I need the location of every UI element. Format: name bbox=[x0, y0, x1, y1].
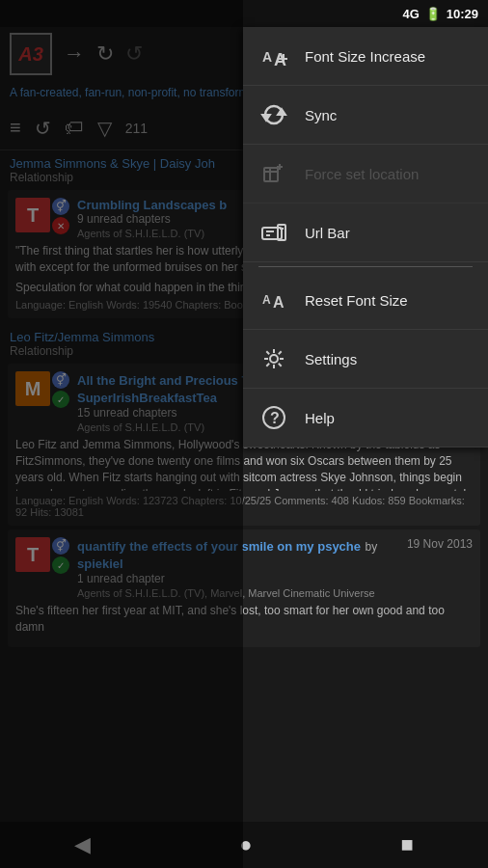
menu-label-font-increase: Font Size Increase bbox=[305, 48, 425, 65]
settings-icon bbox=[258, 343, 289, 374]
menu-label-sync: Sync bbox=[305, 107, 337, 123]
menu-label-url-bar: Url Bar bbox=[305, 225, 350, 241]
overlay-dim bbox=[0, 0, 243, 868]
story3-date: 19 Nov 2013 bbox=[407, 537, 473, 551]
menu-item-help[interactable]: ? Help bbox=[243, 389, 488, 448]
location-icon bbox=[258, 158, 289, 189]
menu-label-settings: Settings bbox=[305, 351, 357, 367]
svg-marker-5 bbox=[262, 115, 270, 121]
svg-point-18 bbox=[270, 355, 278, 363]
menu-divider bbox=[258, 266, 473, 267]
menu-label-reset-font: Reset Font Size bbox=[305, 292, 408, 309]
font-reset-icon: A A bbox=[258, 285, 289, 315]
dropdown-menu: A A Font Size Increase Sync bbox=[243, 27, 488, 448]
help-icon: ? bbox=[258, 402, 289, 433]
svg-text:A: A bbox=[273, 294, 285, 311]
font-increase-icon: A A bbox=[258, 41, 289, 71]
menu-item-font-increase[interactable]: A A Font Size Increase bbox=[243, 27, 488, 86]
recents-nav-icon[interactable]: ■ bbox=[401, 832, 414, 857]
story3-by: by bbox=[365, 540, 377, 554]
menu-label-force-location: Force set location bbox=[305, 166, 419, 182]
svg-marker-4 bbox=[278, 109, 285, 115]
time-display: 10:29 bbox=[447, 7, 478, 21]
battery-icon: 🔋 bbox=[425, 7, 441, 21]
menu-item-settings[interactable]: Settings bbox=[243, 330, 488, 389]
sync-icon bbox=[258, 99, 289, 130]
url-bar-icon bbox=[258, 217, 289, 248]
signal-indicator: 4G bbox=[402, 7, 419, 21]
svg-text:?: ? bbox=[270, 410, 280, 426]
menu-item-sync[interactable]: Sync bbox=[243, 86, 488, 145]
svg-text:A: A bbox=[262, 293, 271, 307]
menu-item-reset-font[interactable]: A A Reset Font Size bbox=[243, 271, 488, 330]
menu-label-help: Help bbox=[305, 410, 335, 426]
menu-item-url-bar[interactable]: Url Bar bbox=[243, 203, 488, 262]
svg-text:A: A bbox=[262, 49, 272, 65]
menu-item-force-location[interactable]: Force set location bbox=[243, 145, 488, 203]
